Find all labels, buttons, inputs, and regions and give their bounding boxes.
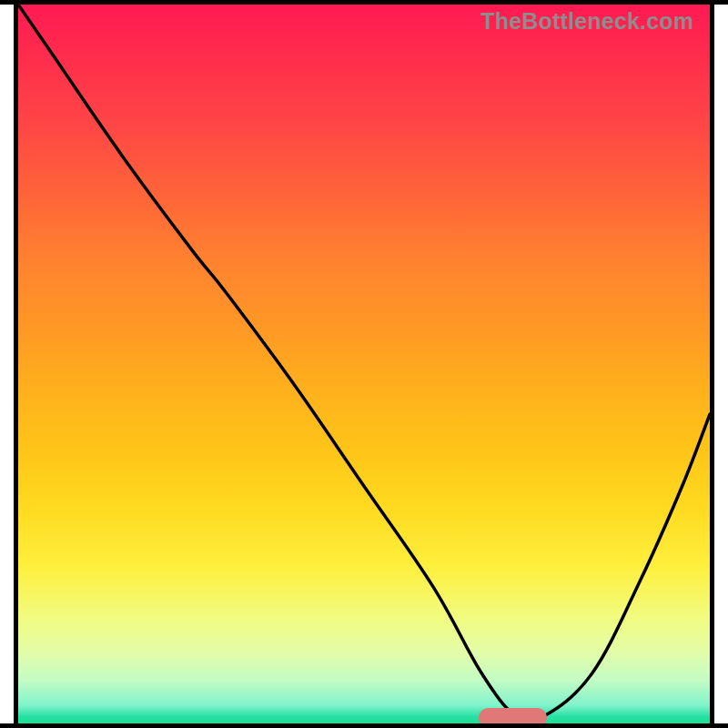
watermark-text: TheBottleneck.com xyxy=(480,8,693,35)
optimal-range-marker xyxy=(479,708,547,723)
bottleneck-curve xyxy=(18,5,710,723)
chart-frame: TheBottleneck.com xyxy=(0,0,728,728)
plot-area: TheBottleneck.com xyxy=(14,5,714,723)
